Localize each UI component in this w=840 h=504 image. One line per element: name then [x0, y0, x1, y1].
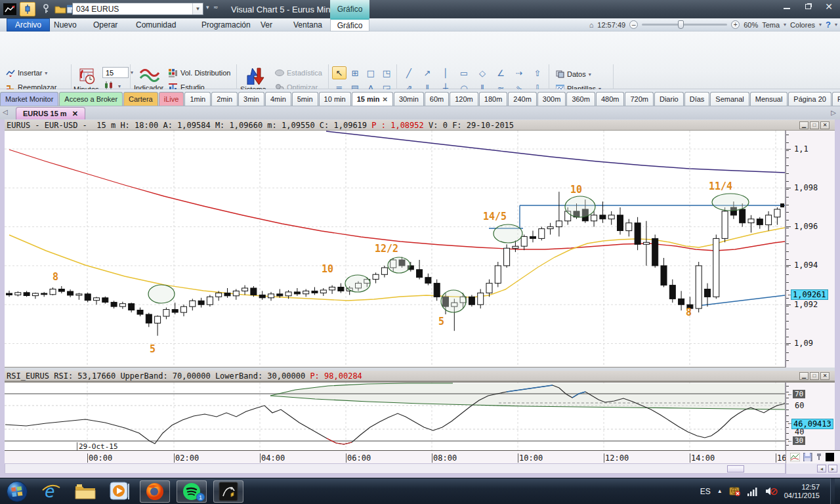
estadistica-button[interactable]: Estadística: [273, 66, 324, 79]
doc-scroll-left-icon[interactable]: ◁: [3, 108, 8, 116]
menu-tab-programación[interactable]: Programación: [194, 18, 259, 32]
windows-explorer-icon[interactable]: [68, 480, 102, 503]
help-button[interactable]: ?: [826, 20, 831, 30]
herramienta-tool-icon[interactable]: □: [364, 66, 378, 79]
zoom-slider-thumb[interactable]: [678, 20, 684, 29]
media-player-icon[interactable]: [102, 480, 136, 503]
minimize-button[interactable]: [777, 0, 797, 13]
black-square-icon[interactable]: [826, 453, 834, 461]
period-tab-acceso-a-broker[interactable]: Acceso a Broker: [59, 92, 123, 106]
show-desktop-button[interactable]: [830, 478, 835, 504]
visual-chart-taskbar-icon[interactable]: [213, 480, 243, 503]
menu-tab-ventana[interactable]: Ventana: [285, 18, 330, 32]
rsi-axis[interactable]: ←7060←46,0941340←30: [786, 381, 835, 450]
main-chart-canvas[interactable]: 851012/2514/510811/4 Sin órdenes: [5, 131, 786, 368]
zoom-out-button[interactable]: –: [629, 20, 638, 29]
price-axis[interactable]: 1,11,0981,0961,0941,0921,09←1,09261: [786, 131, 835, 368]
restore-button[interactable]: [798, 0, 818, 13]
period-tab-360m[interactable]: 360m: [566, 92, 595, 106]
scroll-step-right-icon[interactable]: ▸: [828, 465, 837, 472]
period-tab-close-icon[interactable]: ✕: [382, 96, 387, 103]
period-tab-2min[interactable]: 2min: [211, 92, 238, 106]
figura-tool-icon[interactable]: ↗: [419, 66, 436, 80]
hidden-icons-icon[interactable]: ▲: [717, 488, 723, 494]
period-tab-cartera[interactable]: Cartera: [123, 92, 158, 106]
help-caret-icon[interactable]: ▾: [835, 22, 837, 28]
figura-tool-icon[interactable]: ◇: [474, 66, 491, 80]
horizontal-scrollbar[interactable]: [5, 463, 786, 474]
period-tab-página-2[interactable]: Página 2: [832, 92, 840, 106]
menu-tab-ver[interactable]: Ver: [253, 18, 280, 32]
period-tab-60m[interactable]: 60m: [425, 92, 449, 106]
period-tab-720m[interactable]: 720m: [625, 92, 654, 106]
menu-tab-nuevo[interactable]: Nuevo: [46, 18, 85, 32]
close-button[interactable]: ✕: [819, 0, 839, 13]
vol-distribution-button[interactable]: Vol. Distribution: [167, 66, 232, 79]
zoom-slider[interactable]: [642, 24, 727, 26]
menu-tab-operar[interactable]: Operar: [85, 18, 125, 32]
period-tab-5min[interactable]: 5min: [292, 92, 318, 106]
period-tab-diario[interactable]: Diario: [654, 92, 684, 106]
figura-tool-icon[interactable]: ∠: [492, 66, 509, 80]
figura-tool-icon[interactable]: ⇢: [511, 66, 528, 80]
signal-strength-icon[interactable]: [747, 487, 759, 496]
period-tab-240m[interactable]: 240m: [508, 92, 537, 106]
period-tab-página-20[interactable]: Página 20: [788, 92, 831, 106]
save-layout-icon[interactable]: [803, 453, 812, 461]
document-tab-close-icon[interactable]: ✕: [72, 110, 78, 118]
period-tab-ilive[interactable]: iLive: [159, 92, 184, 106]
contextual-tab-header[interactable]: Gráfico: [330, 0, 369, 18]
symbol-combo-dropdown-icon[interactable]: ▼: [192, 3, 203, 14]
spotify-icon[interactable]: 1: [177, 480, 207, 503]
start-button[interactable]: [0, 480, 34, 503]
save-window-icon[interactable]: [67, 2, 72, 16]
pin-ribbon-icon[interactable]: ⌂: [589, 21, 594, 29]
figura-tool-icon[interactable]: ⇧: [529, 66, 546, 80]
period-tab-10-min[interactable]: 10 min: [319, 92, 351, 106]
menu-tab-comunidad[interactable]: Comunidad: [128, 18, 184, 32]
compression-value-combo[interactable]: 15▾: [102, 67, 133, 78]
key-icon[interactable]: [38, 2, 54, 16]
colores-menu[interactable]: Colores: [790, 21, 815, 29]
chart-mode-icon[interactable]: [20, 2, 35, 16]
scroll-step-left-icon[interactable]: ◂: [817, 465, 826, 472]
volume-muted-icon[interactable]: [765, 486, 778, 496]
period-tab-480m[interactable]: 480m: [596, 92, 625, 106]
pane-close-icon[interactable]: ✕: [820, 121, 830, 129]
firefox-icon[interactable]: [140, 480, 170, 503]
chart-vertical-scrollbar[interactable]: [835, 119, 840, 478]
herramienta-tool-icon[interactable]: ◳: [379, 66, 394, 79]
zoom-in-button[interactable]: +: [731, 20, 740, 29]
language-indicator[interactable]: ES: [700, 487, 711, 496]
herramienta-tool-icon[interactable]: ⊞: [348, 66, 362, 79]
period-tab-30min[interactable]: 30min: [394, 92, 424, 106]
time-axis[interactable]: 00:0002:0004:0006:0008:0010:0012:0014:00…: [5, 450, 786, 463]
horizontal-scrollbar-thumb[interactable]: [727, 465, 744, 472]
period-tab-300m[interactable]: 300m: [537, 92, 566, 106]
figura-tool-icon[interactable]: ╱: [400, 66, 417, 80]
internet-explorer-icon[interactable]: e: [34, 480, 68, 503]
rsi-restore-icon[interactable]: □: [810, 372, 819, 380]
pane-minimize-icon[interactable]: ▁: [799, 121, 808, 129]
tray-clock[interactable]: 12:57 04/11/2015: [784, 483, 824, 500]
mini-chart-icon[interactable]: [790, 453, 800, 461]
datos-button[interactable]: Datos▾: [554, 68, 593, 81]
pin-icon[interactable]: [816, 453, 822, 461]
period-tab-market-monitor[interactable]: Market Monitor: [0, 92, 58, 106]
period-tab-120m[interactable]: 120m: [450, 92, 478, 106]
network-status-icon[interactable]: [729, 486, 741, 497]
doc-scroll-right-icon[interactable]: ▷: [831, 109, 836, 116]
period-tab-4min[interactable]: 4min: [265, 92, 291, 106]
period-tab-180m[interactable]: 180m: [479, 92, 508, 106]
herramienta-tool-icon[interactable]: ↖: [332, 66, 346, 79]
pane-restore-icon[interactable]: □: [810, 121, 819, 129]
figura-tool-icon[interactable]: ▭: [455, 66, 472, 80]
menu-tab-gráfico[interactable]: Gráfico: [330, 18, 369, 32]
rsi-chart-canvas[interactable]: [5, 381, 786, 450]
period-tab-15-min[interactable]: 15 min✕: [352, 92, 393, 106]
period-tab-mensual[interactable]: Mensual: [750, 92, 788, 106]
figura-tool-icon[interactable]: │: [437, 66, 454, 80]
tema-caret-icon[interactable]: ▾: [784, 22, 786, 28]
document-tab-eurus[interactable]: EURUS 15 m ✕: [16, 107, 85, 119]
rsi-close-icon[interactable]: ✕: [820, 372, 830, 380]
